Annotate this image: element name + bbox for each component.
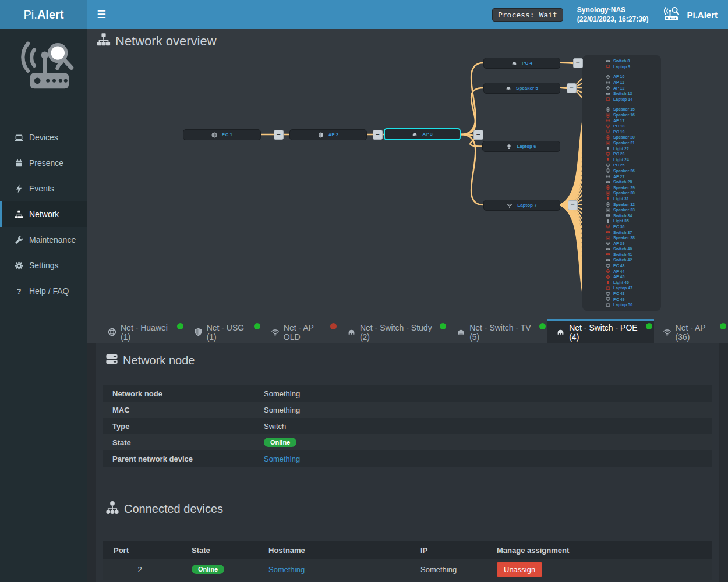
device-list-item[interactable]: AP 45 (582, 274, 661, 280)
hamburger-menu-icon[interactable]: ☰ (87, 0, 115, 29)
device-list-item[interactable]: Speaker 21 (582, 140, 661, 146)
device-list-item[interactable]: Laptop 47 (582, 285, 661, 291)
device-list-item[interactable]: Speaker 29 (582, 184, 661, 190)
collapse-minus-button[interactable]: − (373, 130, 383, 140)
device-list-item[interactable]: AP 12 (582, 85, 661, 91)
topology-node-pc4[interactable]: PC 4 (483, 58, 560, 69)
sidebar-item-devices[interactable]: Devices (0, 125, 87, 150)
sitemap-icon (14, 210, 24, 219)
navbar-brand[interactable]: Pi.Alert (662, 6, 718, 23)
device-list-item[interactable]: Switch 34 (582, 212, 661, 218)
tab-net-usg-1[interactable]: Net - USG (1) (185, 319, 262, 343)
device-list-item[interactable]: Switch 13 (582, 91, 661, 97)
device-list-item[interactable]: PC 23 (582, 151, 661, 157)
collapse-minus-button[interactable]: − (568, 200, 578, 210)
collapse-minus-button[interactable]: − (473, 130, 483, 140)
device-list-label: AP 11 (613, 80, 624, 84)
sidebar-item-network[interactable]: Network (0, 201, 87, 227)
column-header: State (192, 546, 268, 555)
device-list-item[interactable]: Light 46 (582, 280, 661, 286)
sidebar-item-settings[interactable]: Settings (0, 253, 87, 278)
question-icon: ? (14, 287, 24, 296)
device-list-item[interactable]: Laptop 9 (582, 64, 661, 70)
device-list-item[interactable]: Laptop 14 (582, 97, 661, 102)
tab-net-huawei-1[interactable]: Net - Huawei (1) (99, 319, 185, 343)
device-list-item[interactable]: PC 18 (582, 123, 661, 129)
collapse-minus-button[interactable]: − (573, 58, 583, 68)
tab-net-switch-poe-4[interactable]: Net - Switch - POE (4) (547, 319, 653, 343)
device-list-item[interactable]: Speaker 38 (582, 235, 661, 241)
topology-node-laptop7[interactable]: Laptop 7 (483, 200, 560, 211)
device-list-item[interactable]: AP 11 (582, 80, 661, 86)
app-logo[interactable]: Pi.Alert (0, 0, 87, 29)
device-list-item[interactable]: Speaker 15 (582, 107, 661, 112)
node-info-row: MAC Something (103, 402, 712, 418)
device-list-item[interactable]: AP 27 (582, 173, 661, 179)
device-list-label: Switch 8 (613, 59, 630, 63)
device-list-item[interactable]: PC 43 (582, 263, 661, 269)
ap-icon (606, 80, 610, 85)
topology-node-pc1[interactable]: PC 1 (183, 129, 261, 140)
sidebar-item-maintenance[interactable]: Maintenance (0, 227, 87, 253)
network-node-table: Network node SomethingMAC SomethingType … (103, 385, 712, 467)
tab-net-switch-tv-5[interactable]: Net - Switch - TV (5) (448, 319, 547, 343)
tab-net-switch-study-2[interactable]: Net - Switch - Study (2) (338, 319, 448, 343)
status-dot-green (440, 323, 446, 329)
device-list-item[interactable]: Switch 8 (582, 58, 661, 64)
topology-node-laptop6[interactable]: Laptop 6 (482, 141, 560, 152)
device-list-item[interactable]: Speaker 30 (582, 190, 661, 196)
device-list-label: PC 43 (613, 264, 624, 268)
tab-label: Net - USG (1) (207, 323, 253, 342)
parent-device-link[interactable]: Something (264, 455, 300, 463)
device-list-item[interactable]: Switch 40 (582, 246, 661, 252)
device-list-item[interactable]: Switch 28 (582, 179, 661, 185)
device-list-item[interactable]: PC 36 (582, 224, 661, 230)
pc-icon (606, 124, 610, 129)
ethernet-icon (556, 328, 565, 336)
device-list-item[interactable]: Speaker 16 (582, 112, 661, 118)
topology-node-ap3[interactable]: AP 3 (384, 128, 461, 140)
device-list-item[interactable]: AP 44 (582, 268, 661, 274)
switch-icon (606, 252, 610, 257)
device-list-item[interactable]: Speaker 32 (582, 201, 661, 207)
device-list-item[interactable]: Light 22 (582, 146, 661, 151)
device-list-item[interactable]: Speaker 20 (582, 134, 661, 140)
device-list-item[interactable]: Laptop 50 (582, 302, 661, 308)
topology-node-ap2[interactable]: AP 2 (289, 129, 367, 140)
ap-icon (606, 118, 610, 123)
tab-net-ap-36[interactable]: Net - AP (36) (654, 319, 728, 343)
topology-node-speaker5[interactable]: Speaker 5 (483, 83, 560, 94)
device-list-item[interactable]: Light 31 (582, 196, 661, 202)
device-list-item[interactable]: Switch 41 (582, 252, 661, 258)
device-list-item[interactable]: Speaker 26 (582, 168, 661, 174)
device-list-label: Switch 37 (613, 230, 632, 235)
sidebar-item-presence[interactable]: Presence (0, 150, 87, 176)
hostname-link[interactable]: Something (268, 565, 305, 574)
device-list-item[interactable]: Switch 42 (582, 257, 661, 263)
network-topology-diagram: Switch 8 Laptop 9 AP 10 AP 11 AP 12 Swit… (87, 29, 728, 343)
unassign-button[interactable]: Unassign (497, 562, 542, 577)
collapse-minus-button[interactable]: − (274, 130, 284, 140)
device-list-item[interactable]: AP 17 (582, 118, 661, 123)
device-list-item[interactable]: AP 10 (582, 74, 661, 80)
speaker-icon (606, 168, 610, 173)
tab-net-ap-old[interactable]: Net - AP OLD (262, 319, 338, 343)
device-list-item[interactable]: AP 39 (582, 240, 661, 246)
device-list-item[interactable]: PC 19 (582, 129, 661, 135)
collapse-minus-button[interactable]: − (567, 83, 577, 93)
column-header: Manage assignment (497, 546, 712, 555)
device-list-item[interactable]: Light 24 (582, 157, 661, 163)
sidebar-item-events[interactable]: Events (0, 176, 87, 201)
device-list-label: PC 19 (613, 130, 624, 134)
device-list-item[interactable]: PC 48 (582, 291, 661, 297)
sidebar-item-help-faq[interactable]: ? Help / FAQ (0, 278, 87, 304)
bolt-icon (14, 184, 24, 193)
device-list-label: Speaker 21 (613, 141, 635, 145)
device-list-item[interactable]: Light 35 (582, 218, 661, 224)
column-header: IP (420, 546, 497, 555)
device-list-item[interactable]: Speaker 33 (582, 207, 661, 213)
device-list-item[interactable]: PC 49 (582, 296, 661, 302)
device-list-item[interactable]: Switch 37 (582, 229, 661, 235)
divider (103, 526, 712, 526)
device-list-item[interactable]: PC 25 (582, 162, 661, 168)
